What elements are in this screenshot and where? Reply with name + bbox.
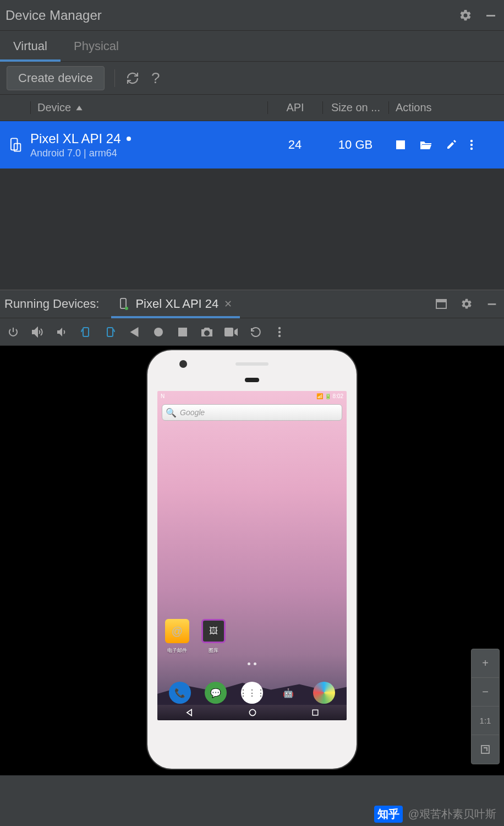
close-tab-icon[interactable]: ✕ bbox=[224, 298, 232, 310]
device-toolbar: Create device ? bbox=[0, 62, 504, 95]
svg-point-4 bbox=[470, 140, 473, 142]
rotate-right-icon[interactable] bbox=[103, 325, 117, 339]
phone-camera bbox=[179, 360, 187, 368]
dock-android[interactable]: 🤖 bbox=[277, 682, 299, 704]
app-email-label: 电子邮件 bbox=[167, 648, 187, 653]
running-devices-header: Running Devices: Pixel XL API 24 ✕ bbox=[0, 290, 504, 318]
app-gallery-label: 图库 bbox=[209, 648, 218, 653]
volume-down-icon[interactable] bbox=[55, 325, 68, 339]
svg-rect-0 bbox=[486, 15, 495, 17]
gear-icon[interactable] bbox=[458, 8, 473, 23]
phone-home-indicator bbox=[245, 378, 259, 382]
col-header-actions: Actions bbox=[388, 101, 504, 114]
tab-physical[interactable]: Physical bbox=[61, 31, 132, 61]
running-indicator-icon bbox=[127, 137, 131, 141]
col-header-size[interactable]: Size on ... bbox=[322, 101, 388, 114]
minimize-icon[interactable] bbox=[483, 8, 498, 23]
refresh-icon[interactable] bbox=[125, 70, 140, 86]
dock-phone[interactable]: 📞 bbox=[169, 682, 191, 704]
search-icon: 🔍 bbox=[166, 407, 177, 418]
folder-open-icon[interactable] bbox=[419, 139, 432, 150]
stop-icon[interactable] bbox=[395, 139, 406, 150]
nav-recent-icon[interactable] bbox=[312, 709, 319, 716]
back-icon[interactable] bbox=[128, 325, 141, 339]
battery-icon: 🔋 bbox=[325, 393, 331, 399]
svg-point-14 bbox=[154, 328, 163, 336]
tab-virtual[interactable]: Virtual bbox=[0, 31, 61, 61]
col-header-api[interactable]: API bbox=[267, 101, 322, 114]
device-manager-header: Device Manager bbox=[0, 0, 504, 31]
zoom-in-button[interactable]: + bbox=[472, 649, 499, 678]
device-name: Pixel XL API 24 bbox=[30, 131, 121, 146]
running-device-tab[interactable]: Pixel XL API 24 ✕ bbox=[114, 290, 237, 318]
minimize-icon[interactable] bbox=[484, 296, 500, 312]
zoom-fit-button[interactable]: 1:1 bbox=[472, 707, 499, 735]
video-icon[interactable] bbox=[224, 325, 238, 339]
reset-icon[interactable] bbox=[249, 325, 262, 339]
svg-rect-15 bbox=[178, 328, 187, 336]
stop-icon[interactable] bbox=[176, 325, 189, 339]
nav-back-icon[interactable] bbox=[185, 709, 193, 716]
separator bbox=[114, 69, 115, 87]
brand-logo: 知乎 bbox=[374, 806, 403, 823]
svg-point-5 bbox=[470, 144, 473, 146]
fullscreen-icon[interactable] bbox=[472, 735, 499, 764]
create-device-button[interactable]: Create device bbox=[7, 66, 105, 90]
search-placeholder: Google bbox=[180, 408, 205, 417]
status-time: 8:02 bbox=[333, 393, 343, 399]
device-api: 24 bbox=[267, 138, 322, 152]
running-tab-label: Pixel XL API 24 bbox=[135, 297, 218, 311]
svg-point-16 bbox=[205, 332, 209, 335]
app-email[interactable]: @ 电子邮件 bbox=[164, 619, 190, 654]
device-list-empty-area bbox=[0, 169, 504, 290]
volume-up-icon[interactable] bbox=[31, 325, 44, 339]
zoom-panel: + − 1:1 bbox=[471, 649, 500, 764]
col-header-device[interactable]: Device bbox=[30, 101, 267, 114]
sort-asc-icon bbox=[75, 104, 83, 112]
power-icon[interactable] bbox=[7, 325, 20, 339]
running-devices-label: Running Devices: bbox=[4, 297, 99, 311]
phone-speaker bbox=[235, 362, 269, 366]
watermark-author: @艰苦朴素贝叶斯 bbox=[408, 807, 496, 822]
device-small-icon bbox=[119, 297, 130, 311]
panel-title: Device Manager bbox=[6, 8, 102, 23]
svg-rect-10 bbox=[436, 300, 446, 302]
dock: 📞 💬 ⋮⋮⋮ 🤖 bbox=[157, 682, 347, 704]
emulator-toolbar bbox=[0, 318, 504, 346]
app-grid: @ 电子邮件 🖼 图库 bbox=[164, 619, 227, 654]
screenshot-icon[interactable] bbox=[200, 325, 213, 339]
device-size: 10 GB bbox=[322, 138, 388, 152]
more-icon[interactable] bbox=[470, 139, 473, 150]
svg-point-8 bbox=[125, 307, 128, 310]
phone-frame: N 📶 🔋 8:02 🔍 Google @ 电子邮件 🖼 图库 bbox=[147, 350, 357, 769]
svg-point-21 bbox=[249, 709, 255, 715]
svg-rect-13 bbox=[107, 328, 113, 336]
google-search-widget[interactable]: 🔍 Google bbox=[162, 404, 342, 421]
rotate-left-icon[interactable] bbox=[79, 325, 92, 339]
app-gallery[interactable]: 🖼 图库 bbox=[200, 619, 227, 654]
window-icon[interactable] bbox=[434, 296, 449, 312]
phone-screen[interactable]: N 📶 🔋 8:02 🔍 Google @ 电子邮件 🖼 图库 bbox=[157, 391, 347, 720]
gear-icon[interactable] bbox=[459, 296, 474, 312]
device-subtitle: Android 7.0 | arm64 bbox=[30, 148, 267, 159]
svg-rect-17 bbox=[224, 328, 233, 336]
edit-icon[interactable] bbox=[446, 139, 457, 150]
zoom-out-button[interactable]: − bbox=[472, 678, 499, 707]
col-device-label: Device bbox=[37, 101, 71, 114]
svg-point-20 bbox=[278, 334, 281, 336]
svg-rect-3 bbox=[396, 140, 405, 149]
more-icon[interactable] bbox=[273, 325, 286, 339]
dock-app-drawer[interactable]: ⋮⋮⋮ bbox=[241, 682, 263, 704]
svg-point-18 bbox=[278, 327, 281, 329]
watermark: 知乎 @艰苦朴素贝叶斯 bbox=[374, 806, 496, 823]
device-table-header: Device API Size on ... Actions bbox=[0, 95, 504, 121]
table-row[interactable]: Pixel XL API 24 Android 7.0 | arm64 24 1… bbox=[0, 121, 504, 169]
nav-home-icon[interactable] bbox=[249, 709, 256, 716]
svg-rect-12 bbox=[83, 328, 89, 336]
dock-messages[interactable]: 💬 bbox=[205, 682, 227, 704]
help-icon[interactable]: ? bbox=[148, 70, 163, 86]
record-icon[interactable] bbox=[152, 325, 165, 339]
svg-rect-7 bbox=[120, 298, 126, 308]
dock-camera[interactable] bbox=[313, 682, 335, 704]
device-icon bbox=[8, 137, 23, 153]
